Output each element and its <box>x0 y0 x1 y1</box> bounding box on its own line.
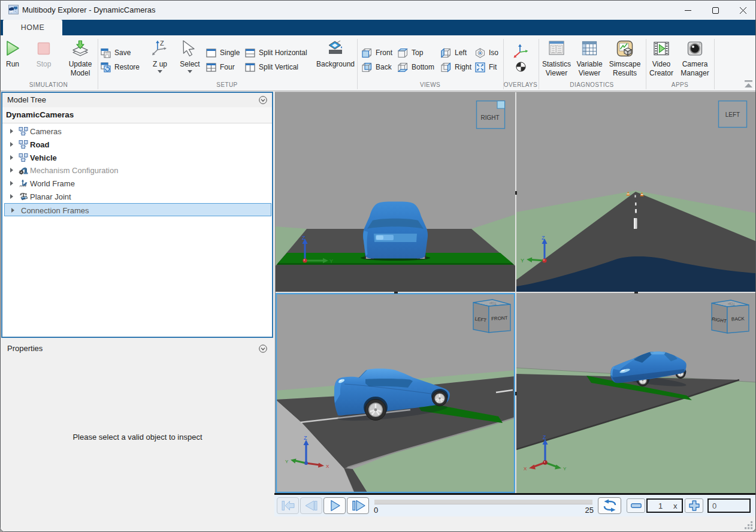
model-tree-title: Model Tree <box>7 93 46 107</box>
tab-home[interactable]: HOME <box>3 20 62 35</box>
variable-viewer-icon <box>581 40 598 57</box>
tree-item-planar-joint[interactable]: Planar Joint <box>4 190 271 203</box>
svg-text:X: X <box>326 464 329 469</box>
view-bottom-button[interactable]: Bottom <box>398 60 434 74</box>
four-views-button[interactable]: Four <box>206 60 235 74</box>
speed-decrease-button[interactable] <box>627 498 645 513</box>
subsystem-icon <box>19 153 28 162</box>
view-front-button[interactable]: Front <box>362 46 392 60</box>
expand-arrow-icon[interactable] <box>10 194 13 199</box>
view-left-button[interactable]: Left <box>441 46 467 60</box>
svg-text:Z: Z <box>302 235 306 241</box>
step-forward-button[interactable] <box>347 497 369 514</box>
background-button[interactable]: Background <box>313 38 358 81</box>
speed-value: 1 <box>648 501 673 510</box>
tree-item-connection-frames[interactable]: Connection Frames <box>4 203 271 216</box>
step-back-icon <box>304 500 319 512</box>
tree-item-world-frame[interactable]: World Frame <box>4 177 271 190</box>
frames-overlay-toggle[interactable] <box>513 44 529 59</box>
view-right-icon <box>441 62 451 72</box>
view-cube[interactable]: LEFT <box>719 101 747 128</box>
splitter-handle[interactable] <box>515 191 517 195</box>
splitter-handle[interactable] <box>634 292 638 294</box>
view-cube-label: RIGHT <box>480 114 499 121</box>
view-cube-3d[interactable]: TOP RIGHT BACK <box>711 300 749 333</box>
save-button[interactable]: Save <box>101 46 131 60</box>
speed-increase-button[interactable] <box>685 498 703 513</box>
view-iso-button[interactable]: Iso <box>475 46 498 60</box>
time-field[interactable]: 0 <box>707 498 751 513</box>
time-value: 0 <box>712 501 716 510</box>
svg-text:Y: Y <box>285 459 289 464</box>
model-tree-header: Model Tree <box>2 93 272 107</box>
view-fit-button[interactable]: Fit <box>475 60 497 74</box>
resize-grip[interactable] <box>745 521 754 530</box>
view-back-button[interactable]: Back <box>362 60 392 74</box>
close-button[interactable] <box>729 1 756 20</box>
tree-item-vehicle[interactable]: Vehicle <box>4 151 271 164</box>
properties-message: Please select a valid object to inspect <box>1 433 274 442</box>
expand-arrow-icon[interactable] <box>10 181 13 186</box>
play-button[interactable] <box>323 497 346 514</box>
collapse-ribbon-icon <box>743 80 754 88</box>
step-forward-icon <box>350 500 366 512</box>
model-tree-collapse-button[interactable] <box>259 96 267 104</box>
split-vertical-button[interactable]: Split Vertical <box>245 60 298 74</box>
viewport-bottom-right[interactable]: Z X Y TOP RIGHT BACK <box>516 293 756 493</box>
section-label-overlays: OVERLAYS <box>503 81 539 89</box>
tree-item-cameras[interactable]: Cameras <box>4 125 271 138</box>
single-view-icon <box>206 48 216 58</box>
subsystem-icon <box>19 140 28 149</box>
com-overlay-toggle[interactable] <box>516 62 526 72</box>
update-model-button[interactable]: UpdateModel <box>59 38 102 81</box>
split-horizontal-button[interactable]: Split Horizontal <box>245 46 307 60</box>
status-bar <box>1 516 756 532</box>
properties-collapse-button[interactable] <box>259 344 267 353</box>
properties-header: Properties <box>1 338 273 358</box>
view-cube-3d[interactable]: TOP LEFT FRONT <box>473 300 510 332</box>
expand-arrow-icon[interactable] <box>10 168 13 173</box>
svg-text:Z: Z <box>304 435 307 441</box>
com-overlay-icon <box>516 62 526 72</box>
tree-item-road[interactable]: Road <box>4 138 271 151</box>
go-to-start-button[interactable] <box>277 497 299 514</box>
view-top-button[interactable]: Top <box>398 46 423 60</box>
restore-button[interactable]: Restore <box>101 60 140 74</box>
z-up-dropdown-caret <box>158 70 162 73</box>
minimize-icon <box>685 7 691 14</box>
maximize-button[interactable] <box>701 1 729 20</box>
frames-overlay-icon <box>513 44 529 59</box>
step-back-button[interactable] <box>300 497 322 514</box>
collapse-ribbon-button[interactable] <box>743 80 754 88</box>
tree-item-mechanism-configuration[interactable]: Mechanism Configuration <box>4 164 271 177</box>
time-slider[interactable] <box>374 500 592 504</box>
svg-text:Y: Y <box>521 258 524 264</box>
slider-max-label: 25 <box>576 506 594 515</box>
run-icon <box>4 40 21 57</box>
splitter-handle[interactable] <box>394 292 398 294</box>
minimize-button[interactable] <box>674 1 701 20</box>
camera-manager-button[interactable]: CameraManager <box>673 38 716 81</box>
single-view-button[interactable]: Single <box>206 46 240 60</box>
expand-arrow-icon[interactable] <box>10 155 13 160</box>
app-icon <box>8 5 19 14</box>
road-near <box>276 265 515 292</box>
splitter-handle[interactable] <box>515 392 517 395</box>
model-tree-root[interactable]: DynamicCameras <box>2 107 272 123</box>
viewport-top-edge <box>275 92 756 92</box>
expand-arrow-icon[interactable] <box>10 129 13 134</box>
expand-arrow-icon[interactable] <box>10 142 13 147</box>
window-title: Multibody Explorer - DynamicCameras <box>22 1 156 20</box>
view-cube[interactable]: RIGHT <box>477 101 505 129</box>
loop-button[interactable] <box>598 497 621 514</box>
select-button[interactable]: Select <box>168 38 211 81</box>
video-creator-icon <box>653 40 670 57</box>
speed-suffix: x <box>673 501 682 510</box>
viewport-bottom-left[interactable]: Z Y X TOP LEFT FRONT <box>276 293 515 493</box>
viewport-top-left[interactable]: Z Y RIGHT <box>276 92 515 292</box>
four-views-icon <box>206 62 216 72</box>
speed-field[interactable]: 1 x <box>646 498 683 513</box>
view-right-button[interactable]: Right <box>441 60 471 74</box>
viewport-top-right[interactable]: Z Y LEFT <box>516 92 756 292</box>
expand-arrow-icon[interactable] <box>11 208 14 213</box>
